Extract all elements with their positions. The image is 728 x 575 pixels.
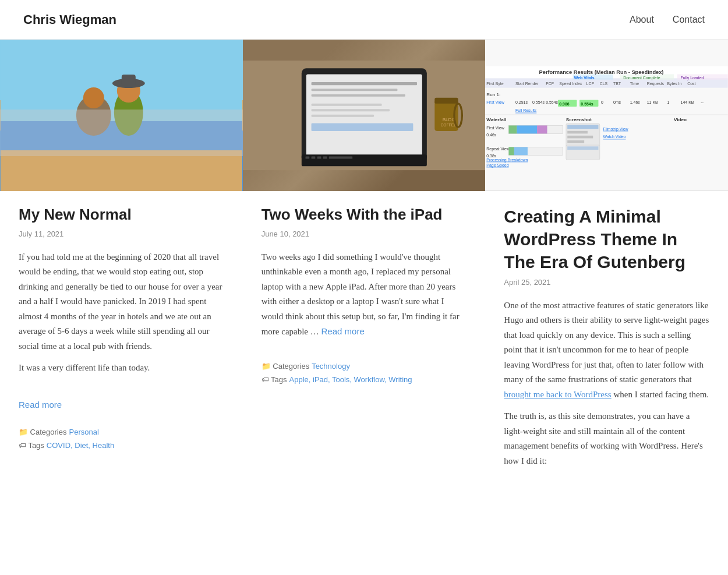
svg-rect-18 bbox=[311, 124, 413, 131]
article-2-tags-label: 🏷 Tags bbox=[261, 374, 287, 386]
article-3-title: Creating A Minimal WordPress Theme In Th… bbox=[504, 205, 709, 273]
svg-text:Watch Video: Watch Video bbox=[603, 135, 626, 139]
svg-rect-75 bbox=[509, 126, 517, 134]
svg-rect-88 bbox=[509, 147, 514, 156]
svg-text:--: -- bbox=[701, 101, 704, 105]
article-1-title: My New Normal bbox=[19, 205, 224, 225]
article-1-excerpt-2: It was a very different life than today. bbox=[19, 361, 224, 376]
article-2-date: June 10, 2021 bbox=[261, 228, 467, 241]
main-nav: About Contact bbox=[630, 12, 705, 27]
svg-text:First View: First View bbox=[487, 126, 505, 130]
svg-rect-23 bbox=[323, 157, 327, 159]
article-2-categories-label: 📁 Categories bbox=[261, 361, 309, 373]
svg-text:11 KB: 11 KB bbox=[647, 101, 658, 105]
article-2-read-more[interactable]: Read more bbox=[321, 326, 365, 336]
article-1-footer: 📁 Categories Personal 🏷 Tags COVID, Diet… bbox=[0, 422, 243, 465]
svg-text:Processing Breakdown: Processing Breakdown bbox=[487, 158, 528, 163]
article-2-title: Two Weeks With the iPad bbox=[261, 205, 467, 225]
articles-grid: My New Normal July 11, 2021 If you had t… bbox=[0, 40, 728, 485]
svg-text:LCP: LCP bbox=[586, 82, 595, 86]
article-2-tags-row: 🏷 Tags Apple, iPad, Tools, Workflow, Wri… bbox=[261, 374, 467, 386]
article-1-categories-value: Personal bbox=[69, 426, 98, 439]
article-wordpress-theme: Performance Results (Median Run - SpeedI… bbox=[485, 40, 728, 485]
article-1-tags-label: 🏷 Tags bbox=[19, 440, 44, 452]
svg-rect-19 bbox=[301, 154, 426, 166]
svg-rect-17 bbox=[311, 115, 374, 117]
nav-contact[interactable]: Contact bbox=[673, 12, 705, 27]
nav-about[interactable]: About bbox=[630, 12, 654, 27]
svg-text:Screenshot: Screenshot bbox=[566, 118, 592, 123]
article-image-ipad: BLDG COFFEE bbox=[243, 40, 486, 191]
svg-rect-13 bbox=[311, 89, 397, 91]
article-1-body: My New Normal July 11, 2021 If you had t… bbox=[0, 191, 243, 422]
article-1-excerpt-1: If you had told me at the beginning of 2… bbox=[19, 250, 224, 354]
svg-text:144 KB: 144 KB bbox=[681, 101, 694, 105]
article-1-read-more[interactable]: Read more bbox=[19, 400, 62, 410]
svg-text:Document Complete: Document Complete bbox=[624, 76, 660, 80]
svg-point-4 bbox=[83, 87, 104, 108]
svg-rect-77 bbox=[537, 126, 547, 134]
svg-text:0: 0 bbox=[601, 101, 603, 105]
svg-text:COFFEE: COFFEE bbox=[440, 123, 457, 127]
svg-text:Video: Video bbox=[674, 118, 687, 123]
svg-text:Cost: Cost bbox=[688, 82, 696, 86]
site-header: Chris Wiegman About Contact bbox=[0, 0, 728, 40]
site-title: Chris Wiegman bbox=[23, 9, 116, 30]
svg-text:0.291s: 0.291s bbox=[515, 101, 528, 105]
svg-rect-81 bbox=[568, 136, 593, 139]
svg-text:First View: First View bbox=[487, 101, 505, 105]
svg-text:Bytes In: Bytes In bbox=[667, 82, 682, 86]
svg-text:Full Results: Full Results bbox=[515, 108, 537, 112]
svg-text:Web Vitals: Web Vitals bbox=[574, 76, 595, 80]
article-3-body: Creating A Minimal WordPress Theme In Th… bbox=[485, 191, 728, 485]
svg-rect-15 bbox=[311, 104, 381, 106]
article-3-excerpt-1: One of the most attractive features of s… bbox=[504, 298, 709, 403]
article-my-new-normal: My New Normal July 11, 2021 If you had t… bbox=[0, 40, 243, 485]
article-image-perf: Performance Results (Median Run - SpeedI… bbox=[485, 40, 728, 191]
svg-text:First Byte: First Byte bbox=[487, 82, 504, 86]
svg-text:0.554s: 0.554s bbox=[546, 101, 558, 105]
svg-rect-26 bbox=[434, 98, 458, 104]
article-3-date: April 25, 2021 bbox=[504, 277, 709, 289]
article-2-categories-value: Technology bbox=[312, 361, 350, 373]
article-2-tags-value: Apple, iPad, Tools, Workflow, Writing bbox=[289, 374, 412, 386]
svg-rect-1 bbox=[1, 121, 242, 156]
svg-text:Run 1:: Run 1: bbox=[487, 92, 501, 97]
article-1-date: July 11, 2021 bbox=[19, 228, 224, 241]
svg-text:1: 1 bbox=[667, 101, 670, 105]
svg-text:Requests: Requests bbox=[647, 82, 665, 86]
svg-text:0.554s: 0.554s bbox=[581, 102, 593, 106]
svg-text:Filmstrip View: Filmstrip View bbox=[603, 127, 629, 132]
svg-rect-89 bbox=[514, 147, 528, 156]
svg-rect-76 bbox=[517, 126, 538, 134]
svg-text:0.46s: 0.46s bbox=[487, 133, 497, 137]
svg-text:CLS: CLS bbox=[600, 82, 608, 86]
article-image-beach bbox=[0, 40, 243, 191]
svg-text:Page Speed: Page Speed bbox=[487, 163, 509, 168]
svg-text:TBT: TBT bbox=[613, 82, 621, 86]
article-1-tags-value: COVID, Diet, Health bbox=[47, 440, 114, 452]
svg-rect-91 bbox=[568, 147, 599, 150]
article-2-categories-row: 📁 Categories Technology bbox=[261, 361, 467, 373]
svg-text:1.46s: 1.46s bbox=[630, 101, 641, 105]
svg-text:Start Render: Start Render bbox=[515, 82, 539, 86]
svg-text:Time: Time bbox=[630, 82, 639, 86]
article-2-body: Two Weeks With the iPad June 10, 2021 Tw… bbox=[243, 191, 486, 356]
article-2-footer: 📁 Categories Technology 🏷 Tags Apple, iP… bbox=[243, 356, 486, 399]
svg-text:Fully Loaded: Fully Loaded bbox=[681, 76, 704, 80]
svg-rect-21 bbox=[311, 157, 315, 159]
article-2-excerpt: Two weeks ago I did something I would've… bbox=[261, 250, 467, 340]
article-1-tags-row: 🏷 Tags COVID, Diet, Health bbox=[19, 440, 224, 452]
article-3-inline-link[interactable]: brought me back to WordPress bbox=[504, 390, 611, 399]
svg-text:0.554s: 0.554s bbox=[532, 101, 545, 105]
svg-rect-82 bbox=[568, 140, 585, 143]
svg-rect-20 bbox=[305, 157, 309, 159]
article-1-categories-label: 📁 Categories bbox=[19, 426, 66, 439]
svg-rect-22 bbox=[317, 157, 321, 159]
svg-text:Speed Index: Speed Index bbox=[560, 82, 582, 86]
svg-rect-2 bbox=[1, 150, 242, 191]
article-two-weeks-ipad: BLDG COFFEE Two Weeks With the iPad June… bbox=[243, 40, 486, 485]
article-1-categories-row: 📁 Categories Personal bbox=[19, 426, 224, 439]
svg-rect-14 bbox=[311, 94, 405, 97]
svg-text:0.986: 0.986 bbox=[560, 102, 570, 106]
